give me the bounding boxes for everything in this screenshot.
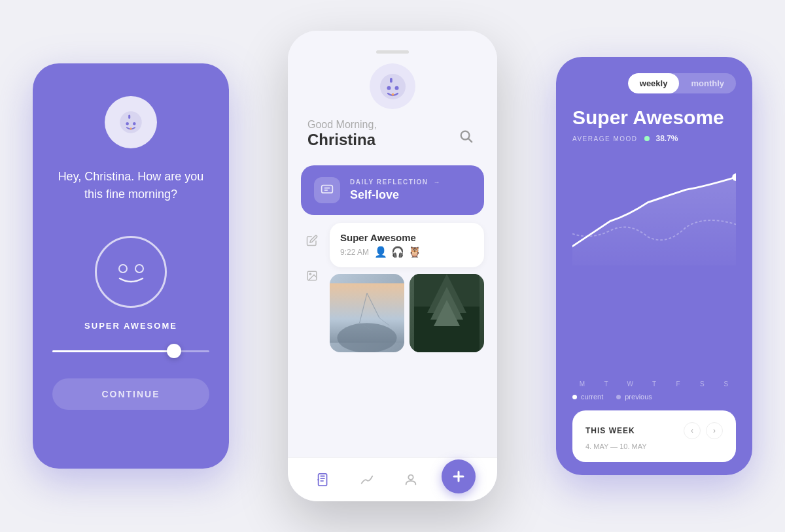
svg-rect-1 <box>128 115 130 119</box>
center-top: Good Morning, Christina <box>288 31 497 159</box>
search-icon <box>459 129 473 143</box>
svg-point-2 <box>126 122 129 125</box>
person-icon: 👤 <box>374 246 387 258</box>
center-phone: Good Morning, Christina <box>288 31 497 501</box>
monthly-toggle[interactable]: monthly <box>679 73 736 93</box>
right-phone: weekly monthly Super Awesome AVERAGE MOO… <box>556 57 752 475</box>
bottom-nav <box>288 457 497 501</box>
slider-fill <box>52 350 170 352</box>
daily-reflection-card[interactable]: DAILY REFLECTION → Self-love <box>301 165 484 215</box>
svg-point-0 <box>120 111 141 133</box>
photo-2 <box>410 274 484 352</box>
profile-icon <box>404 473 418 487</box>
previous-dot <box>616 395 621 399</box>
svg-point-18 <box>309 273 311 274</box>
svg-point-5 <box>119 265 127 273</box>
journal-nav-item[interactable] <box>310 467 336 493</box>
entry-meta: 9:22 AM 👤 🎧 🦉 <box>340 246 474 258</box>
chart-nav-item[interactable] <box>354 467 380 493</box>
entries-section: Super Awesome 9:22 AM 👤 🎧 🦉 <box>301 223 484 352</box>
photo-1-image <box>330 274 404 352</box>
center-avatar <box>370 63 415 109</box>
mood-circle <box>95 236 167 308</box>
legend-previous: previous <box>616 393 652 401</box>
week-nav: ‹ › <box>684 422 723 439</box>
current-dot <box>572 395 577 399</box>
greeting-section: Good Morning, Christina <box>307 119 377 149</box>
sub-greeting: Good Morning, <box>307 119 377 131</box>
left-phone: Hey, Christina. How are you this fine mo… <box>33 63 229 469</box>
avatar-face-icon <box>118 110 143 135</box>
notch-area <box>370 50 415 109</box>
svg-point-35 <box>317 479 319 481</box>
svg-point-36 <box>408 475 413 480</box>
day-M: M <box>576 380 589 388</box>
mood-label: SUPER AWESOME <box>84 321 177 331</box>
toggle-row: weekly monthly <box>572 73 736 93</box>
prev-week-button[interactable]: ‹ <box>684 422 701 439</box>
svg-point-3 <box>133 122 136 125</box>
day-S1: S <box>695 380 708 388</box>
side-icons <box>301 223 323 352</box>
reflection-header: DAILY REFLECTION → <box>350 178 441 186</box>
edit-icon[interactable] <box>301 229 323 252</box>
svg-point-9 <box>387 86 391 90</box>
time-toggle: weekly monthly <box>628 73 736 93</box>
mood-chart-svg <box>572 153 736 271</box>
legend-current: current <box>572 393 603 401</box>
profile-nav-item[interactable] <box>398 467 424 493</box>
day-S2: S <box>720 380 733 388</box>
week-date-range: 4. MAY — 10. MAY <box>585 442 723 450</box>
journal-icon <box>316 473 330 487</box>
day-F: F <box>672 380 685 388</box>
photo-2-image <box>410 274 484 352</box>
photo-1 <box>330 274 404 352</box>
svg-rect-8 <box>390 78 392 83</box>
svg-line-13 <box>468 139 472 142</box>
notch-bar <box>376 50 409 54</box>
reflection-content: DAILY REFLECTION → Self-love <box>350 178 441 202</box>
mood-chart <box>572 153 736 374</box>
weekly-toggle[interactable]: weekly <box>628 73 680 93</box>
slider-thumb[interactable] <box>167 344 181 358</box>
svg-point-6 <box>135 265 143 273</box>
center-scroll: DAILY REFLECTION → Self-love <box>288 159 497 457</box>
svg-point-10 <box>394 86 398 90</box>
next-week-button[interactable]: › <box>706 422 723 439</box>
svg-rect-14 <box>322 186 333 193</box>
mood-happy-icon <box>113 259 149 285</box>
headphones-icon: 🎧 <box>391 246 404 258</box>
entry-mood: Super Awesome <box>340 232 474 243</box>
plus-icon <box>451 469 466 484</box>
right-mood-title: Super Awesome <box>572 107 736 129</box>
add-entry-button[interactable] <box>442 459 476 493</box>
day-T2: T <box>648 380 661 388</box>
search-button[interactable] <box>454 124 478 148</box>
week-card: THIS WEEK ‹ › 4. MAY — 10. MAY <box>572 410 736 462</box>
avg-mood-dot <box>644 136 650 141</box>
avg-mood-row: AVERAGE MOOD 38.7% <box>572 134 736 143</box>
entries-list: Super Awesome 9:22 AM 👤 🎧 🦉 <box>330 223 484 352</box>
left-greeting: Hey, Christina. How are you this fine mo… <box>52 168 209 203</box>
image-icon[interactable] <box>301 265 323 287</box>
entry-card[interactable]: Super Awesome 9:22 AM 👤 🎧 🦉 <box>330 223 484 267</box>
legend-row: current previous <box>572 393 736 401</box>
day-labels: M T W T F S S <box>572 380 736 388</box>
reflection-title: Self-love <box>350 188 441 202</box>
reflection-icon <box>314 177 340 203</box>
day-W: W <box>623 380 637 388</box>
binoculars-icon: 🦉 <box>408 246 421 258</box>
svg-point-11 <box>391 93 394 95</box>
chart-icon <box>360 473 374 487</box>
entry-icons-row: 👤 🎧 🦉 <box>374 246 421 258</box>
avg-mood-label: AVERAGE MOOD <box>572 135 638 142</box>
left-avatar <box>105 96 157 148</box>
main-greeting: Christina <box>307 131 377 149</box>
mood-slider[interactable] <box>52 350 209 352</box>
week-card-header: THIS WEEK ‹ › <box>585 422 723 439</box>
svg-point-4 <box>130 127 131 129</box>
day-T1: T <box>600 380 613 388</box>
images-row <box>330 274 484 352</box>
continue-button[interactable]: CONTINUE <box>52 378 209 410</box>
chat-icon <box>321 184 334 197</box>
